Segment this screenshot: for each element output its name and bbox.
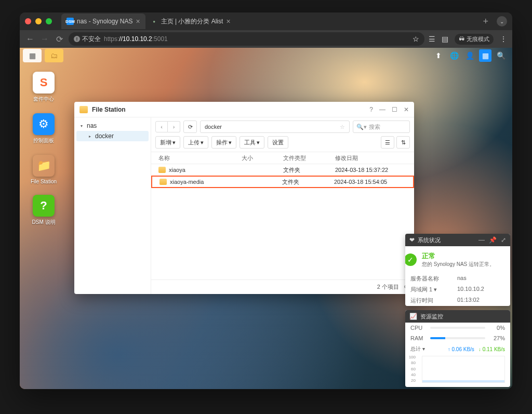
minimize-window-dot[interactable] bbox=[35, 18, 42, 24]
resource-title: 资源监控 bbox=[420, 313, 443, 320]
window-traffic-lights[interactable] bbox=[25, 18, 52, 24]
progress-bar bbox=[430, 327, 485, 329]
nav-back-button[interactable]: ‹ bbox=[155, 121, 168, 132]
desktop-icons: S套件中心⚙控制面板📁File Station?DSM 说明 bbox=[27, 72, 60, 226]
desktop-icon[interactable]: ?DSM 说明 bbox=[27, 195, 60, 226]
kv-value: 01:13:02 bbox=[457, 297, 505, 304]
maximize-button[interactable]: ☐ bbox=[392, 106, 397, 113]
file-station-taskbar-button[interactable]: 🗂 bbox=[45, 49, 63, 62]
col-type[interactable]: 文件类型 bbox=[283, 154, 335, 162]
nav-back-forward: ‹ › bbox=[155, 121, 180, 132]
customize-icon[interactable]: ☰ bbox=[429, 35, 435, 43]
tab-close-icon[interactable]: × bbox=[136, 17, 140, 25]
tree-root[interactable]: ▾ nas bbox=[76, 121, 149, 131]
table-row[interactable]: xiaoya文件夹2024-03-18 15:37:22 bbox=[151, 164, 414, 176]
widget-pin-icon[interactable]: 📌 bbox=[489, 236, 497, 244]
new-tab-button[interactable]: + bbox=[478, 16, 493, 27]
desktop-icon-label: DSM 说明 bbox=[32, 219, 56, 226]
main-menu-button[interactable]: ▦ bbox=[23, 49, 42, 62]
table-row[interactable]: xiaoya-media文件夹2024-03-18 15:54:05 bbox=[151, 176, 414, 188]
settings-button[interactable]: 设置 bbox=[268, 136, 288, 149]
desktop-icon[interactable]: ⚙控制面板 bbox=[27, 113, 60, 144]
caret-right-icon: ▸ bbox=[89, 134, 93, 139]
help-button[interactable]: ? bbox=[369, 106, 373, 113]
res-value: 0% bbox=[489, 325, 505, 331]
col-size[interactable]: 大小 bbox=[242, 154, 283, 162]
col-date[interactable]: 修改日期 bbox=[335, 154, 410, 162]
browser-titlebar: DSMnas - Synology NAS×●主页 | 小雅的分类 Alist×… bbox=[20, 12, 512, 30]
tabs-overflow-button[interactable]: ⌄ bbox=[497, 16, 507, 26]
desktop-icon[interactable]: S套件中心 bbox=[27, 72, 60, 103]
forward-button[interactable]: → bbox=[39, 34, 50, 44]
operations-button[interactable]: 操作▾ bbox=[211, 136, 236, 149]
y-label: 40 bbox=[405, 372, 416, 377]
upload-button[interactable]: 上传▾ bbox=[183, 136, 208, 149]
tools-button[interactable]: 工具▾ bbox=[240, 136, 264, 149]
y-label: 60 bbox=[405, 367, 416, 371]
list-rows: xiaoya文件夹2024-03-18 15:37:22xiaoya-media… bbox=[151, 164, 414, 279]
y-label: 20 bbox=[405, 378, 416, 383]
widget-minimize-icon[interactable]: — bbox=[478, 236, 485, 244]
col-name[interactable]: 名称 bbox=[155, 154, 242, 162]
tree-item-docker[interactable]: ▸ docker bbox=[76, 131, 149, 141]
dsm-desktop: ▦ 🗂 ⬆ 🌐 👤 ▦ 🔍 S套件中心⚙控制面板📁File Station?DS… bbox=[20, 48, 512, 389]
back-button[interactable]: ← bbox=[25, 34, 35, 44]
net-label[interactable]: 总计 ▾ bbox=[410, 345, 425, 353]
widget-panel: ❤ 系统状况 —📌⤢ ✓ 正常 您的 Synology NAS 运转正常。 服务… bbox=[405, 234, 512, 389]
world-tray-icon[interactable]: 🌐 bbox=[448, 49, 460, 62]
file-type: 文件夹 bbox=[282, 178, 334, 186]
file-date: 2024-03-18 15:37:22 bbox=[335, 167, 410, 173]
net-up: 0.06 KB/s bbox=[452, 346, 474, 352]
browser-tab[interactable]: ●主页 | 小雅的分类 Alist× bbox=[145, 14, 236, 29]
file-name: xiaoya bbox=[169, 167, 185, 173]
minimize-button[interactable]: — bbox=[379, 106, 385, 113]
incognito-badge[interactable]: 🕶 无痕模式 bbox=[455, 34, 494, 45]
search-tray-icon[interactable]: 🔍 bbox=[495, 49, 507, 62]
tab-label: nas - Synology NAS bbox=[77, 18, 132, 25]
chart-icon: 📈 bbox=[409, 313, 417, 320]
health-status: 正常 bbox=[422, 251, 495, 261]
widget-expand-icon[interactable]: ⤢ bbox=[501, 236, 506, 244]
folder-icon bbox=[159, 179, 167, 185]
tab-close-icon[interactable]: × bbox=[226, 17, 230, 25]
tab-label: 主页 | 小雅的分类 Alist bbox=[161, 17, 223, 26]
close-window-dot[interactable] bbox=[25, 18, 31, 24]
desktop-icon[interactable]: 📁File Station bbox=[27, 155, 60, 184]
path-text: docker bbox=[205, 124, 222, 130]
kv-key: 服务器名称 bbox=[410, 275, 457, 283]
file-type: 文件夹 bbox=[283, 166, 335, 174]
sort-button[interactable]: ⇅ bbox=[396, 136, 410, 149]
nav-forward-button[interactable]: › bbox=[168, 121, 180, 132]
app-icon: ? bbox=[40, 199, 47, 212]
user-tray-icon[interactable]: 👤 bbox=[463, 49, 476, 62]
insecure-label: 不安全 bbox=[82, 35, 101, 44]
dashboard-tray-icon[interactable]: ▦ bbox=[479, 49, 491, 62]
resource-widget: 📈 资源监控 CPU0%RAM27% 总计 ▾ ↑ 0.06 KB/s ↓ 0.… bbox=[405, 310, 510, 387]
refresh-button[interactable]: ⟳ bbox=[183, 121, 197, 133]
reload-button[interactable]: ⟳ bbox=[54, 34, 64, 44]
create-button[interactable]: 新增▾ bbox=[155, 136, 180, 149]
reader-icon[interactable]: ▤ bbox=[442, 35, 448, 43]
path-input[interactable]: docker ☆ bbox=[200, 121, 350, 133]
app-icon: 📁 bbox=[37, 159, 51, 172]
browser-tab[interactable]: DSMnas - Synology NAS× bbox=[61, 14, 145, 29]
health-sub: 您的 Synology NAS 运转正常。 bbox=[422, 261, 495, 268]
res-value: 27% bbox=[489, 335, 505, 341]
close-button[interactable]: ✕ bbox=[404, 106, 409, 113]
search-input[interactable]: 🔍▾ 搜索 bbox=[353, 121, 410, 133]
search-placeholder: 搜索 bbox=[369, 123, 380, 131]
health-widget: ❤ 系统状况 —📌⤢ ✓ 正常 您的 Synology NAS 运转正常。 服务… bbox=[405, 234, 510, 306]
browser-menu-icon[interactable]: ⋮ bbox=[500, 35, 507, 43]
bookmark-star-icon[interactable]: ☆ bbox=[413, 35, 419, 43]
incognito-icon: 🕶 bbox=[459, 36, 464, 42]
fs-titlebar: File Station ? — ☐ ✕ bbox=[74, 102, 414, 117]
view-list-button[interactable]: ☰ bbox=[381, 136, 394, 149]
tree-root-label: nas bbox=[87, 122, 97, 129]
path-star-icon[interactable]: ☆ bbox=[340, 124, 345, 130]
url-box[interactable]: ! 不安全 https://10.10.10.2:5001 ☆ bbox=[69, 32, 424, 46]
upload-tray-icon[interactable]: ⬆ bbox=[432, 49, 445, 62]
maximize-window-dot[interactable] bbox=[46, 18, 52, 24]
incognito-label: 无痕模式 bbox=[467, 35, 489, 43]
insecure-badge[interactable]: ! 不安全 bbox=[74, 35, 101, 44]
dsm-topbar: ▦ 🗂 ⬆ 🌐 👤 ▦ 🔍 bbox=[20, 48, 512, 63]
